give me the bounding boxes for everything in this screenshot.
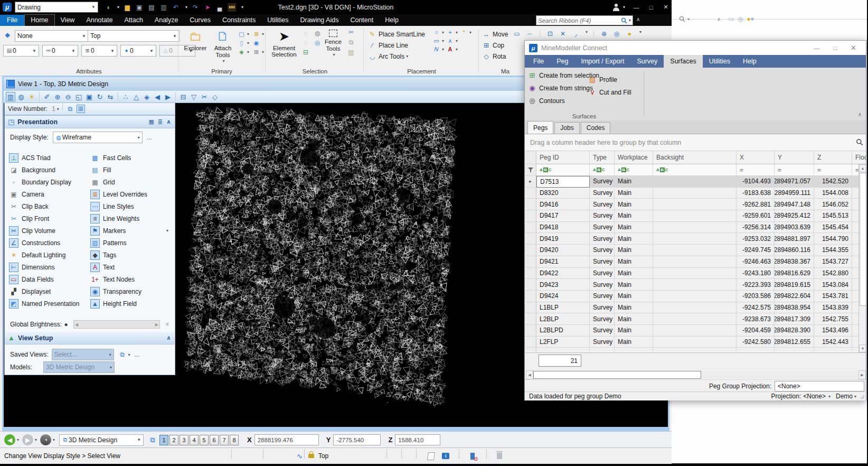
view-button-1[interactable]: 1	[159, 435, 168, 445]
presentation-item-patterns[interactable]: ▨Patterns	[90, 238, 172, 248]
active-class-select[interactable]: None▼	[15, 30, 89, 42]
redo-icon[interactable]: ↷	[191, 3, 200, 12]
view-number-value[interactable]: 1	[52, 105, 55, 113]
minimize-button[interactable]: —	[633, 4, 640, 11]
table-row-D9417[interactable]: D9417SurveyMain-9259.6012894925.4121545.…	[525, 210, 860, 222]
view-next-icon[interactable]: ▶	[163, 92, 173, 101]
table-row-D8320[interactable]: D8320SurveyMain-9183.6382894959.1111544.…	[525, 188, 860, 199]
tab-drawing-aids[interactable]: Drawing Aids	[294, 15, 344, 26]
dialog-tab-jobs[interactable]: Jobs	[554, 122, 579, 134]
menu-peg[interactable]: Peg	[550, 55, 574, 68]
copy-view-icon[interactable]: ⧉	[66, 105, 74, 113]
models-select[interactable]: 3D Metric Design▾	[43, 361, 115, 373]
view-groups-icon[interactable]: ⧉	[148, 435, 157, 445]
active-model-select[interactable]: ⧉ 3D Metric Design▼	[59, 434, 144, 446]
presentation-item-named-presentation[interactable]: ◩Named Presentation	[9, 299, 90, 309]
scroll-up-icon[interactable]: ▲	[859, 164, 866, 172]
record-count-field[interactable]: 21	[539, 355, 581, 367]
attribute-combo-0[interactable]: ▤0▼	[3, 45, 39, 57]
scroll-down-icon[interactable]: ▼	[859, 344, 866, 352]
menu-surfaces[interactable]: Surfaces	[664, 55, 702, 68]
menu-survey[interactable]: Survey	[630, 55, 664, 68]
presentation-item-data-fields[interactable]: ▭Data Fields	[9, 275, 90, 284]
user-account-icon[interactable]	[612, 4, 620, 11]
resize-grip[interactable]	[860, 394, 864, 399]
navigate-view-icon[interactable]: ◈	[142, 92, 152, 101]
active-view-select[interactable]: Top▼	[88, 30, 180, 42]
scrollbar-thumb[interactable]	[860, 173, 866, 306]
display-style-select[interactable]: ◍ Wireframe▾	[53, 132, 143, 143]
trim-icon[interactable]: ⊡	[546, 30, 554, 38]
arc-tools-button[interactable]: ◡Arc Tools▾	[368, 51, 425, 62]
column-header-y[interactable]: Y	[775, 151, 814, 164]
workflow-select[interactable]: Drawing ▼	[15, 2, 98, 13]
tab-curves[interactable]: Curves	[184, 15, 216, 26]
new-view-icon[interactable]: ⊞	[77, 105, 85, 113]
dialog-title-bar[interactable]: μ MineModeller Connect — □ ✕	[525, 41, 866, 55]
presentation-item-background[interactable]: ◪Background	[9, 165, 90, 175]
presentation-item-height-field[interactable]: ▲Height Field	[90, 299, 172, 309]
place-smartline-button[interactable]: ✎Place SmartLine	[368, 29, 425, 40]
locks-icon[interactable]	[308, 454, 314, 458]
list-view-icon[interactable]: ≣	[158, 118, 163, 125]
ruler-lock-icon[interactable]	[470, 453, 475, 460]
copy-view-icon[interactable]: ⊟	[178, 92, 188, 101]
zoom-out-icon[interactable]: ⊖	[63, 92, 73, 101]
active-element-template-icon[interactable]: ◆	[3, 31, 12, 39]
table-row-D9416[interactable]: D9416SurveyMain-9262.8812894947.1481546.…	[525, 199, 860, 210]
copy-button[interactable]: ⊞Cop	[482, 40, 508, 51]
filter-cell-y[interactable]: =	[775, 164, 814, 176]
select-lock-icon[interactable]: ◍	[313, 29, 322, 38]
presentation-item-default-lighting[interactable]: ☀Default Lighting	[9, 250, 90, 260]
saved-views-more-button[interactable]: ...	[135, 351, 140, 358]
fillet-icon[interactable]: ◞	[571, 30, 580, 38]
apply-view-icon[interactable]: ⧉	[118, 350, 127, 359]
ribbon-collapse-icon[interactable]: ∧	[636, 16, 640, 22]
clip-volume-icon[interactable]: ▽	[189, 92, 199, 101]
view-attributes-icon[interactable]: ▥	[6, 92, 15, 101]
table-row-L2BLPD[interactable]: L2BLPDSurveyMain-9204.4592894828.3901543…	[525, 325, 860, 337]
hatch-icon[interactable]: *	[460, 29, 468, 36]
view-button-5[interactable]: 5	[200, 435, 209, 445]
filter-cell-workplace[interactable]: ABC	[615, 164, 653, 176]
grid-view-icon[interactable]: ▦	[148, 118, 154, 125]
column-header-x[interactable]: X	[737, 151, 775, 164]
table-row-L2BLP[interactable]: L2BLPSurveyMain-9238.6732894817.3091542.…	[525, 313, 860, 325]
personalize-icon[interactable]: ◑	[103, 3, 112, 12]
dialog-tab-pegs[interactable]: Pegs	[527, 121, 553, 134]
table-row-D9418[interactable]: D9418SurveyMain-9256.3142894903.6391545.…	[525, 222, 860, 234]
place-shape-icon[interactable]: ▭	[432, 37, 440, 45]
column-header-z[interactable]: Z	[814, 151, 852, 164]
presentation-item-dimensions[interactable]: ⊢Dimensions	[9, 263, 90, 272]
table-row-D9424[interactable]: D9424SurveyMain-9203.5862894822.6041543.…	[525, 291, 860, 302]
presentation-item-transparency[interactable]: ◉Transparency	[90, 287, 172, 296]
presentation-item-fill[interactable]: ▤Fill	[90, 165, 172, 175]
element-selection-button[interactable]: ➤ Element Selection	[268, 27, 300, 58]
presentation-item-fast-cells[interactable]: ▩Fast Cells	[90, 153, 172, 163]
clip-mask-icon[interactable]: ✂	[200, 92, 209, 101]
tab-utilities[interactable]: Utilities	[261, 15, 294, 26]
filter-cell-z[interactable]: =	[814, 164, 852, 176]
open-folder-icon[interactable]: ▆	[123, 3, 131, 12]
fence-tools-button[interactable]: Fence Tools▾	[322, 27, 345, 58]
collapse-icon[interactable]: ∧	[166, 118, 171, 125]
scroll-left-icon[interactable]: ◀	[526, 370, 533, 379]
table-row-D7513[interactable]: ▸D7513SurveyMain-9104.4932894971.0571542…	[525, 176, 860, 188]
paste-icon[interactable]: ▤	[347, 48, 355, 57]
table-row-L2FLP[interactable]: L2FLPSurveyMain-9242.5802894812.6551542.…	[525, 337, 860, 348]
section-clip-icon[interactable]: ◇	[210, 92, 220, 101]
group-icon[interactable]: ◎	[612, 30, 621, 38]
polyline-icon[interactable]: 𝑁	[432, 45, 440, 53]
vertical-scrollbar[interactable]: ▲ ▼	[858, 164, 866, 352]
presentation-item-clip-volume[interactable]: ✂Clip Volume	[9, 226, 90, 236]
view-button-3[interactable]: 3	[180, 435, 188, 445]
tab-content[interactable]: Content	[344, 15, 379, 26]
references-icon[interactable]: ▯	[238, 39, 246, 47]
presentation-item-line-styles[interactable]: ⋯Line Styles	[90, 202, 172, 211]
search-icon[interactable]	[856, 138, 863, 146]
trash-icon[interactable]	[497, 453, 502, 459]
search-ribbon-input[interactable]: Search Ribbon (F4) ▾	[536, 15, 633, 25]
element-info-status-icon[interactable]: i	[442, 453, 449, 459]
view-button-8[interactable]: 8	[230, 435, 239, 445]
cut-icon[interactable]: ✂	[347, 28, 355, 36]
